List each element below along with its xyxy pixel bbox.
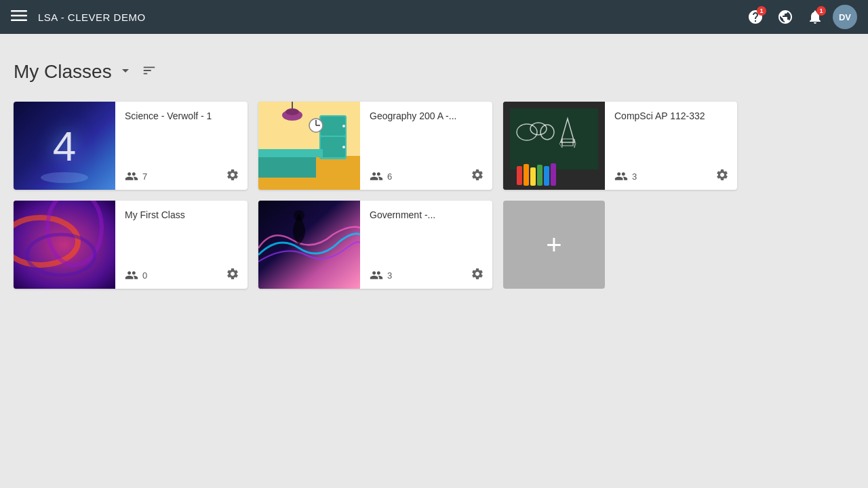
svg-rect-34	[551, 163, 556, 186]
class-card-geography[interactable]: Geography 200 A -... 6	[258, 102, 492, 190]
settings-button-compsci[interactable]	[715, 168, 729, 184]
student-count-science: 7	[125, 169, 147, 183]
svg-rect-1	[11, 14, 27, 16]
header-right: 1 1 DV	[743, 5, 857, 29]
add-class-card[interactable]: +	[503, 201, 737, 289]
filter-icon[interactable]	[142, 63, 157, 81]
card-footer-geography: 6	[370, 168, 484, 184]
student-count-num-compsci: 3	[632, 171, 637, 182]
svg-rect-29	[517, 166, 522, 185]
svg-rect-12	[258, 149, 323, 157]
svg-rect-13	[258, 157, 316, 178]
main-content: My Classes 4 Science - Verwolf - 1 7	[0, 34, 868, 302]
student-count-geography: 6	[370, 169, 392, 183]
header-left: LSA - CLEVER DEMO	[11, 7, 146, 27]
svg-point-16	[285, 108, 299, 115]
menu-icon[interactable]	[11, 7, 27, 27]
card-footer-science: 7	[125, 168, 239, 184]
svg-rect-33	[544, 166, 549, 186]
class-card-government[interactable]: Government -... 3	[258, 201, 492, 289]
help-badge: 1	[757, 6, 766, 16]
card-title-government: Government -...	[370, 209, 484, 221]
add-class-button[interactable]: +	[503, 201, 605, 289]
svg-point-40	[294, 210, 304, 221]
settings-button-geography[interactable]	[471, 168, 484, 184]
settings-button-government[interactable]	[471, 267, 484, 283]
notif-badge: 1	[816, 6, 826, 16]
student-count-firstclass: 0	[125, 268, 147, 282]
svg-point-10	[342, 125, 345, 127]
card-image-compsci	[503, 102, 605, 190]
svg-rect-31	[530, 167, 536, 186]
page-title-row: My Classes	[14, 61, 854, 83]
card-image-science: 4	[14, 102, 115, 190]
card-title-firstclass: My First Class	[125, 209, 239, 221]
card-body-government: Government -... 3	[360, 201, 492, 289]
help-button[interactable]: 1	[743, 5, 768, 29]
card-title-science: Science - Verwolf - 1	[125, 110, 239, 122]
card-footer-firstclass: 0	[125, 267, 239, 283]
svg-rect-8	[321, 117, 345, 136]
svg-rect-0	[11, 10, 27, 12]
student-count-num-science: 7	[142, 171, 147, 182]
svg-point-3	[41, 172, 88, 183]
user-avatar[interactable]: DV	[833, 5, 857, 29]
globe-button[interactable]	[773, 5, 797, 29]
card-footer-government: 3	[370, 267, 484, 283]
svg-rect-2	[11, 19, 27, 21]
app-title: LSA - CLEVER DEMO	[38, 12, 146, 23]
svg-rect-21	[510, 108, 598, 169]
card-image-firstclass	[14, 201, 115, 289]
svg-rect-30	[524, 164, 529, 186]
settings-button-firstclass[interactable]	[226, 267, 239, 283]
class-card-firstclass[interactable]: My First Class 0	[14, 201, 248, 289]
student-count-num-geography: 6	[387, 171, 392, 182]
svg-point-11	[342, 146, 345, 148]
card-body-science: Science - Verwolf - 1 7	[115, 102, 248, 190]
settings-button-science[interactable]	[226, 168, 239, 184]
app-header: LSA - CLEVER DEMO 1 1 DV	[0, 0, 868, 34]
student-count-compsci: 3	[614, 169, 637, 183]
card-title-geography: Geography 200 A -...	[370, 110, 484, 122]
card-body-geography: Geography 200 A -... 6	[360, 102, 492, 190]
student-count-num-firstclass: 0	[142, 270, 147, 281]
class-card-compsci[interactable]: CompSci AP 112-332 3	[503, 102, 737, 190]
svg-rect-32	[537, 165, 542, 186]
card-footer-compsci: 3	[614, 168, 729, 184]
card-image-government	[258, 201, 360, 289]
card-image-geography	[258, 102, 360, 190]
page-title: My Classes	[14, 61, 112, 83]
add-class-plus-icon: +	[546, 231, 561, 258]
card-body-firstclass: My First Class 0	[115, 201, 248, 289]
svg-rect-9	[321, 137, 345, 157]
class-card-science[interactable]: 4 Science - Verwolf - 1 7	[14, 102, 248, 190]
notifications-button[interactable]: 1	[803, 5, 827, 29]
title-dropdown-icon[interactable]	[117, 62, 134, 82]
student-count-government: 3	[370, 268, 392, 282]
card-body-compsci: CompSci AP 112-332 3	[605, 102, 737, 190]
card-title-compsci: CompSci AP 112-332	[614, 110, 729, 122]
classes-grid: 4 Science - Verwolf - 1 7	[14, 102, 854, 289]
student-count-num-government: 3	[387, 270, 392, 281]
